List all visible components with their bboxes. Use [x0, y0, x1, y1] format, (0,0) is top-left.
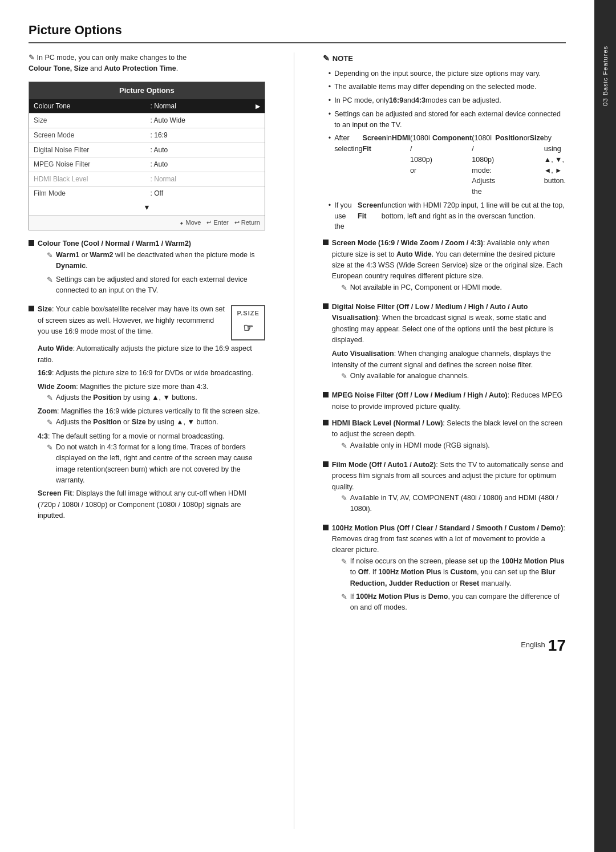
bullet-square [323, 392, 329, 397]
pencil-icon: ✎ [341, 556, 347, 567]
table-row-3: Screen Mode : 16:9 [29, 128, 265, 143]
screen-mode-note: ✎ Not available in PC, Component or HDMI… [341, 282, 566, 294]
digital-noise-note-text: Only available for analogue channels. [350, 371, 469, 382]
hdmi-black-bullet: HDMI Black Level (Normal / Low): Selects… [323, 418, 566, 454]
pencil-icon: ✎ [47, 392, 53, 404]
4-3-note: ✎ Do not watch in 4:3 format for a long … [47, 442, 265, 486]
pencil-icon: ✎ [47, 417, 53, 428]
wide-zoom-note: ✎ Adjusts the Position by using ▲, ▼ but… [47, 392, 265, 404]
note-title: NOTE [333, 53, 353, 64]
intro-bold: Colour Tone, Size [29, 64, 88, 72]
intro-bold2: Auto Protection Time [104, 64, 176, 72]
note-section: ✎ NOTE Depending on the input source, th… [323, 52, 566, 232]
film-mode-note: ✎ Available in TV, AV, COMPONENT (480i /… [341, 493, 566, 515]
note-bullet-2: The available items may differ depending… [329, 82, 566, 92]
col-label: HDMI Black Level [29, 172, 146, 186]
size-content: Size: Your cable box/satellite receiver … [38, 304, 265, 521]
col-label: Size [29, 113, 146, 128]
side-tab: 03 Basic Features [594, 0, 616, 852]
size-text: Size: Your cable box/satellite receiver … [38, 304, 225, 337]
col-label: Colour Tone [29, 99, 146, 113]
colour-tone-section: Colour Tone (Cool / Normal / Warm1 / War… [29, 238, 265, 298]
colour-tone-sub1-text: Warm1 or Warm2 will be deactivated when … [56, 250, 265, 272]
pencil-icon: ✎ [341, 493, 347, 504]
table-row-7: Film Mode : Off [29, 186, 265, 201]
table-row-2: Size : Auto Wide [29, 113, 265, 128]
colour-tone-sub2: ✎ Settings can be adjusted and stored fo… [47, 274, 265, 297]
100hz-bullet: 100Hz Motion Plus (Off / Clear / Standar… [323, 523, 566, 616]
po-header: Picture Options [29, 82, 265, 99]
table-row-5: MPEG Noise Filter : Auto [29, 157, 265, 172]
intro-text: ✎ In PC mode, you can only make changes … [29, 52, 265, 75]
100hz-note2-text: If 100Hz Motion Plus is Demo, you can co… [350, 591, 566, 614]
hdmi-black-title: HDMI Black Level (Normal / Low) [332, 419, 443, 427]
bullet-square [323, 461, 329, 467]
screen-mode-section: Screen Mode (16:9 / Wide Zoom / Zoom / 4… [323, 238, 566, 296]
mpeg-noise-content: MPEG Noise Filter (Off / Low / Medium / … [332, 390, 566, 412]
page-number: 17 [548, 633, 566, 658]
size-bullet: Size: Your cable box/satellite receiver … [29, 304, 265, 521]
zoom-text: Zoom: Magnifies the 16:9 wide pictures v… [38, 406, 265, 417]
col-value: : Normal [146, 99, 251, 113]
colour-tone-bullet: Colour Tone (Cool / Normal / Warm1 / War… [29, 238, 265, 298]
note-bullet-5: After selecting Screen Fit in HDMI (1080… [329, 133, 566, 197]
100hz-note1: ✎ If noise occurs on the screen, please … [341, 556, 566, 589]
col-label: Film Mode [29, 186, 146, 201]
nav-enter: ↵ Enter [206, 218, 228, 228]
100hz-section: 100Hz Motion Plus (Off / Clear / Standar… [323, 523, 566, 616]
screen-fit-text: Screen Fit: Displays the full image with… [38, 488, 265, 521]
screen-mode-bullet: Screen Mode (16:9 / Wide Zoom / Zoom / 4… [323, 238, 566, 296]
100hz-note2: ✎ If 100Hz Motion Plus is Demo, you can … [341, 591, 566, 614]
wide-zoom-note-text: Adjusts the Position by using ▲, ▼ butto… [56, 392, 197, 403]
page-footer: English 17 [323, 627, 566, 658]
4-3-note-text: Do not watch in 4:3 format for a long ti… [56, 442, 265, 486]
col-value: : Auto Wide [146, 113, 251, 128]
4-3-text: 4:3: The default setting for a movie or … [38, 431, 265, 442]
note-pencil-icon: ✎ [323, 52, 330, 65]
colour-tone-title: Colour Tone (Cool / Normal / Warm1 / War… [38, 240, 191, 248]
page-title: Picture Options [29, 23, 566, 43]
pencil-icon: ✎ [47, 442, 53, 453]
pencil-icon: ✎ [47, 274, 53, 286]
bullet-square [323, 420, 329, 425]
left-column: ✎ In PC mode, you can only make changes … [29, 52, 265, 829]
pencil-icon-intro: ✎ [29, 54, 35, 62]
zoom-note-text: Adjusts the Position or Size by using ▲,… [56, 417, 218, 428]
bullet-square [323, 303, 329, 309]
film-mode-note-text: Available in TV, AV, COMPONENT (480i / 1… [350, 493, 566, 515]
two-column-layout: ✎ In PC mode, you can only make changes … [29, 52, 566, 829]
po-table: Colour Tone : Normal ▶ Size : Auto Wide … [29, 99, 265, 201]
film-mode-section: Film Mode (Off / Auto1 / Auto2): Sets th… [323, 460, 566, 517]
bullet-square [29, 306, 34, 311]
hdmi-black-content: HDMI Black Level (Normal / Low): Selects… [332, 418, 566, 454]
screen-mode-content: Screen Mode (16:9 / Wide Zoom / Zoom / 4… [332, 238, 566, 296]
size-section: Size: Your cable box/satellite receiver … [29, 304, 265, 521]
nav-move: ⬥ Move [180, 218, 201, 228]
pencil-icon: ✎ [341, 371, 347, 382]
pencil-icon: ✎ [341, 591, 347, 603]
col-label: MPEG Noise Filter [29, 157, 146, 172]
pencil-icon: ✎ [47, 250, 53, 261]
16-9-text: 16:9: Adjusts the picture size to 16:9 f… [38, 368, 265, 379]
main-content: Picture Options ✎ In PC mode, you can on… [0, 0, 594, 852]
bullet-square [323, 525, 329, 530]
right-column: ✎ NOTE Depending on the input source, th… [323, 52, 566, 829]
picture-options-box: Picture Options Colour Tone : Normal ▶ S… [29, 82, 265, 231]
col-value: : 16:9 [146, 128, 251, 143]
100hz-title: 100Hz Motion Plus (Off / Clear / Standar… [332, 524, 564, 532]
col-label: Digital Noise Filter [29, 143, 146, 157]
nav-return: ↩ Return [234, 218, 260, 228]
bullet-square [29, 240, 34, 246]
table-row-4: Digital Noise Filter : Auto [29, 143, 265, 157]
note-bullet-4: Settings can be adjusted and stored for … [329, 109, 566, 131]
psize-button: P.SIZE ☞ [231, 305, 265, 340]
note-header: ✎ NOTE [323, 52, 566, 65]
auto-vis-text: Auto Visualisation: When changing analog… [332, 348, 566, 371]
film-mode-content: Film Mode (Off / Auto1 / Auto2): Sets th… [332, 460, 566, 517]
digital-noise-note: ✎ Only available for analogue channels. [341, 371, 566, 382]
bullet-square [323, 240, 329, 245]
note-bullet-3: In PC mode, only 16:9 and 4:3 modes can … [329, 95, 566, 106]
page-container: Picture Options ✎ In PC mode, you can on… [0, 0, 616, 852]
column-divider [294, 52, 294, 829]
mpeg-noise-bullet: MPEG Noise Filter (Off / Low / Medium / … [323, 390, 566, 412]
